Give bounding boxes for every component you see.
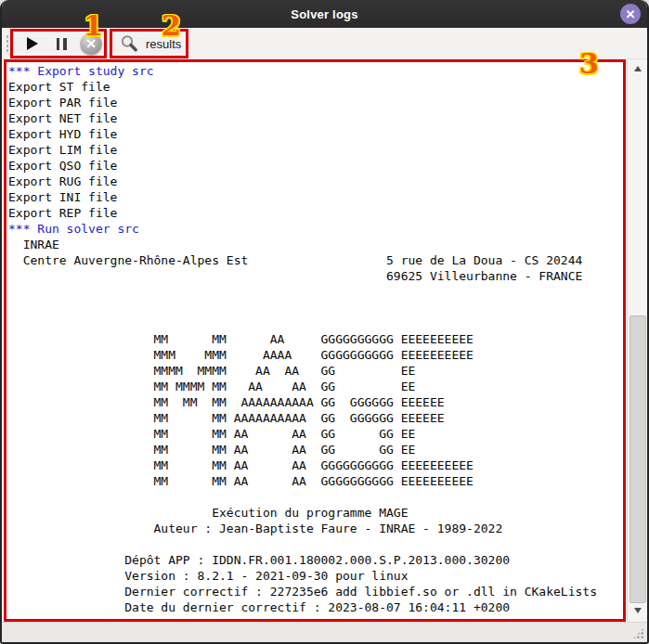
log-line: MM MMMM MM AA AA GG EE xyxy=(8,379,627,394)
log-line: Export NET file xyxy=(8,110,627,126)
results-button-label: results xyxy=(146,37,181,51)
close-button[interactable]: ✕ xyxy=(620,4,641,24)
log-line: MMM MMM AAAA GGGGGGGGGG EEEEEEEEEE xyxy=(8,347,627,363)
close-icon: ✕ xyxy=(626,7,636,21)
log-line: Export INI file xyxy=(8,189,627,205)
log-line: MMMM MMMM AA AA GG EE xyxy=(8,363,627,379)
log-line: Auteur : Jean-Baptiste Faure - INRAE - 1… xyxy=(8,521,627,536)
log-content-area: *** Export study srcExport ST fileExport… xyxy=(2,59,647,622)
log-line: *** Export study src xyxy=(8,63,627,79)
pause-solver-button[interactable] xyxy=(48,31,74,57)
scroll-up-button[interactable] xyxy=(628,61,648,76)
log-line xyxy=(8,300,627,316)
scroll-up-icon xyxy=(634,66,642,71)
log-line: Export HYD file xyxy=(8,126,627,142)
solver-logs-window: Solver logs ✕ ✕ results *** Export study… xyxy=(0,0,649,644)
log-line: MM MM AAAAAAAAAA GG GGGGGG EEEEEE xyxy=(8,410,627,426)
log-line: 69625 Villeurbanne - FRANCE xyxy=(8,268,627,284)
log-line: Version : 8.2.1 - 2021-09-30 pour linux xyxy=(8,568,627,584)
search-icon xyxy=(120,34,138,53)
log-line: Centre Auvergne-Rhône-Alpes Est 5 rue de… xyxy=(8,252,627,268)
log-line: Export REP file xyxy=(8,205,627,221)
play-icon xyxy=(27,37,38,50)
scrollbar-thumb[interactable] xyxy=(630,316,646,603)
log-line: MM MM AA AA GG GG EE xyxy=(8,442,627,457)
vertical-scrollbar[interactable] xyxy=(627,59,647,622)
log-line: Export QSO file xyxy=(8,158,627,174)
log-line: INRAE xyxy=(8,237,627,252)
results-button[interactable]: results xyxy=(114,30,187,58)
log-line xyxy=(8,284,627,300)
scroll-down-icon xyxy=(634,608,642,613)
log-line: *** Run solver src xyxy=(8,221,627,237)
stop-icon: ✕ xyxy=(80,32,102,55)
statusbar xyxy=(2,622,647,642)
log-line: Export LIM file xyxy=(8,142,627,158)
log-line: Export PAR file xyxy=(8,95,627,110)
log-line: Date du dernier correctif : 2023-08-07 1… xyxy=(8,599,627,615)
log-line xyxy=(8,536,627,552)
toolbar: ✕ results xyxy=(2,28,647,59)
stop-solver-button[interactable]: ✕ xyxy=(78,31,104,57)
log-line: Dépôt APP : IDDN.FR.001.180002.000.S.P.2… xyxy=(8,552,627,568)
resize-grip-icon[interactable] xyxy=(632,627,644,639)
run-solver-button[interactable] xyxy=(19,31,45,57)
log-line: Dernier correctif : 227235e6 add libbief… xyxy=(8,584,627,599)
scroll-down-button[interactable] xyxy=(628,603,648,618)
log-line: MM MM AA AA GGGGGGGGGG EEEEEEEEEE xyxy=(8,457,627,473)
log-output: *** Export study srcExport ST fileExport… xyxy=(2,59,627,622)
log-line: MM MM AA GGGGGGGGGG EEEEEEEEEE xyxy=(8,331,627,347)
log-line: Exécution du programme MAGE xyxy=(8,505,627,521)
log-line: MM MM MM AAAAAAAAAA GG GGGGGG EEEEEE xyxy=(8,394,627,410)
log-line: Export ST file xyxy=(8,79,627,95)
log-line xyxy=(8,316,627,331)
pause-icon xyxy=(57,38,67,50)
log-line xyxy=(8,489,627,505)
log-line: MM MM AA AA GG GG EE xyxy=(8,426,627,442)
titlebar[interactable]: Solver logs ✕ xyxy=(2,0,647,28)
toolbar-drag-handle-icon[interactable] xyxy=(5,33,14,54)
window-title: Solver logs xyxy=(291,7,357,21)
log-line: Export RUG file xyxy=(8,174,627,189)
log-line: MM MM AA AA GGGGGGGGGG EEEEEEEEEE xyxy=(8,473,627,489)
